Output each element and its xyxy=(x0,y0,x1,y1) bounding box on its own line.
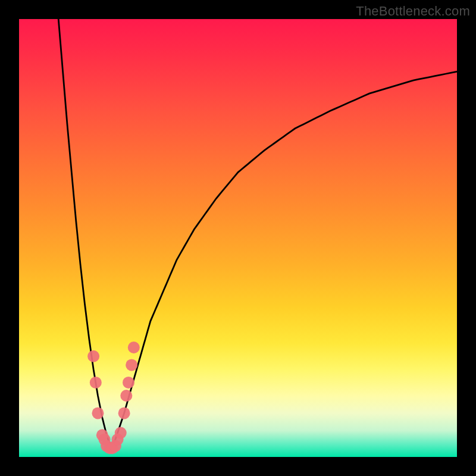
chart-frame: TheBottleneck.com xyxy=(0,0,476,476)
data-marker xyxy=(87,350,99,362)
plot-area xyxy=(19,19,457,457)
curve-left-branch xyxy=(58,19,111,448)
data-marker xyxy=(123,377,134,389)
data-marker xyxy=(120,390,132,402)
data-marker xyxy=(118,407,130,419)
data-marker xyxy=(128,342,140,353)
watermark-text: TheBottleneck.com xyxy=(356,4,470,19)
data-marker xyxy=(126,359,137,371)
data-marker xyxy=(92,407,104,419)
data-marker xyxy=(115,427,127,439)
curve-svg xyxy=(19,19,457,457)
data-marker xyxy=(90,377,102,389)
curve-right-branch xyxy=(111,71,457,448)
